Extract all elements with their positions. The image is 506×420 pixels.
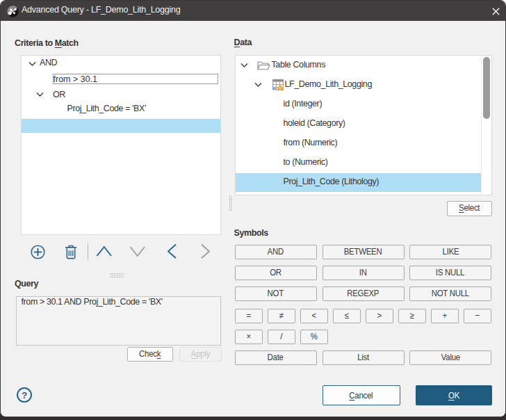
- svg-text:?: ?: [22, 390, 27, 401]
- svg-text:!: !: [279, 86, 281, 90]
